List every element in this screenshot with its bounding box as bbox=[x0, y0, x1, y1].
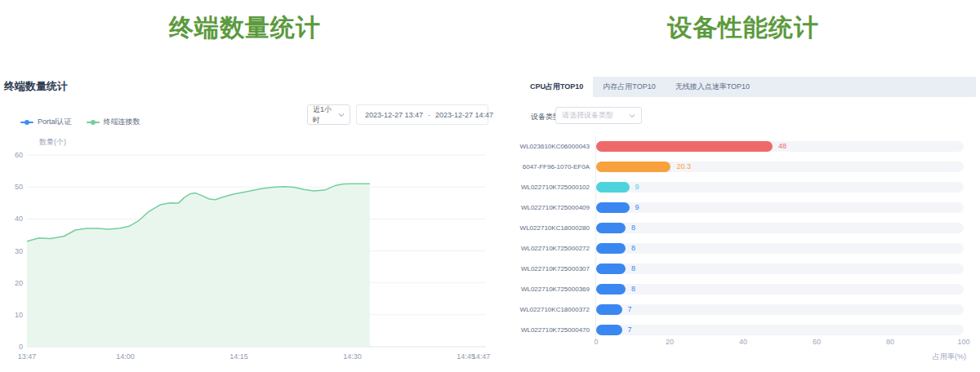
x-axis-tick: 40 bbox=[731, 338, 755, 346]
bar-value-label: 8 bbox=[631, 243, 635, 254]
device-type-select[interactable]: 请选择设备类型 bbox=[555, 107, 642, 124]
date-range-start: 2023-12-27 13:47 bbox=[365, 111, 423, 119]
bar bbox=[596, 202, 630, 213]
bar-value-label: 7 bbox=[628, 325, 632, 335]
x-axis-tick: 100 bbox=[951, 338, 976, 346]
bar-category-label: WL022710K725000369 bbox=[490, 285, 590, 294]
date-range-end: 2023-12-27 14:47 bbox=[435, 111, 493, 119]
bar bbox=[596, 325, 622, 335]
legend-label: Portal认证 bbox=[38, 117, 72, 127]
bar-track bbox=[596, 284, 964, 294]
right-section-title: 设备性能统计 bbox=[506, 11, 980, 45]
svg-text:14:00: 14:00 bbox=[116, 352, 135, 361]
bar-category-label: WL022710K725000307 bbox=[490, 264, 590, 274]
time-range-value: 近1小时 bbox=[313, 104, 338, 126]
dashboard-page: 终端数量统计 设备性能统计 终端数量统计 Portal认证 终端连接数 近1小时… bbox=[0, 0, 980, 372]
chart-legend: Portal认证 终端连接数 bbox=[20, 117, 140, 127]
bar-category-label: WL022710K725000102 bbox=[490, 183, 590, 193]
bar-category-label: 6047-FF96-1070-EF0A bbox=[490, 162, 590, 172]
bar-track bbox=[596, 223, 964, 233]
legend-label: 终端连接数 bbox=[104, 117, 140, 127]
bar bbox=[596, 304, 622, 315]
svg-text:13:47: 13:47 bbox=[18, 352, 37, 361]
bar-value-label: 9 bbox=[635, 202, 639, 213]
bar bbox=[596, 182, 630, 193]
left-section-title: 终端数量统计 bbox=[0, 11, 490, 45]
x-axis-tick: 0 bbox=[584, 338, 608, 346]
terminal-card-title: 终端数量统计 bbox=[4, 79, 68, 94]
bar-track bbox=[596, 325, 964, 335]
bar bbox=[596, 141, 773, 152]
svg-text:30: 30 bbox=[15, 247, 23, 255]
svg-text:0: 0 bbox=[19, 343, 23, 351]
legend-line-marker-icon bbox=[87, 122, 100, 123]
x-axis-tick: 60 bbox=[804, 338, 829, 346]
bar-value-label: 8 bbox=[631, 284, 635, 294]
svg-text:14:15: 14:15 bbox=[229, 352, 248, 361]
performance-tabbar: CPU占用TOP10 内存占用TOP10 无线接入点速率TOP10 bbox=[520, 77, 976, 97]
svg-text:10: 10 bbox=[15, 311, 23, 319]
chevron-down-icon bbox=[338, 113, 345, 117]
svg-text:14:30: 14:30 bbox=[343, 352, 362, 361]
legend-line-marker-icon bbox=[20, 122, 33, 123]
bar-track bbox=[596, 264, 964, 274]
bar-category-label: WL022710K725000409 bbox=[490, 203, 590, 213]
bar-category-label: WL022710K725000272 bbox=[490, 244, 590, 254]
device-type-placeholder: 请选择设备类型 bbox=[562, 110, 613, 121]
bar-category-label: WL022710K725000470 bbox=[490, 326, 590, 335]
date-range-separator: - bbox=[426, 111, 432, 119]
chevron-down-icon bbox=[629, 113, 635, 118]
x-axis-tick: 80 bbox=[878, 338, 902, 346]
svg-text:50: 50 bbox=[15, 183, 23, 191]
bar-value-label: 7 bbox=[628, 304, 632, 315]
bar-track bbox=[596, 304, 964, 315]
bar-value-label: 9 bbox=[635, 182, 639, 193]
bar-track bbox=[596, 202, 964, 213]
bar bbox=[596, 264, 626, 274]
x-axis-tick: 20 bbox=[657, 338, 682, 346]
terminal-line-chart: 010203040506013:4714:0014:1514:3014:4514… bbox=[0, 147, 490, 367]
bar-category-label: WL022710KC18000280 bbox=[490, 224, 590, 233]
bar-value-label: 8 bbox=[631, 264, 635, 274]
svg-text:60: 60 bbox=[15, 151, 23, 159]
bar-category-label: WL022710KC18000372 bbox=[490, 305, 590, 315]
time-range-select[interactable]: 近1小时 bbox=[307, 104, 350, 125]
tab-cpu-top10[interactable]: CPU占用TOP10 bbox=[520, 77, 593, 97]
bar-track bbox=[596, 182, 964, 193]
legend-item-terminal-connections[interactable]: 终端连接数 bbox=[87, 117, 140, 127]
bar-value-label: 48 bbox=[778, 141, 786, 152]
bar-track bbox=[596, 243, 964, 254]
legend-item-portal-auth[interactable]: Portal认证 bbox=[20, 117, 72, 127]
date-range-picker[interactable]: 2023-12-27 13:47 - 2023-12-27 14:47 bbox=[356, 104, 488, 125]
x-axis-title: 占用率(%) bbox=[898, 352, 966, 362]
tab-wireless-ap-rate-top10[interactable]: 无线接入点速率TOP10 bbox=[666, 77, 760, 97]
bar bbox=[596, 162, 670, 172]
bar bbox=[596, 284, 626, 294]
bar-value-label: 20.3 bbox=[676, 162, 691, 172]
svg-text:14:47: 14:47 bbox=[472, 352, 490, 361]
bar bbox=[596, 223, 626, 233]
bar-category-label: WL023610KC06000043 bbox=[490, 142, 590, 152]
bar bbox=[596, 243, 626, 254]
svg-text:40: 40 bbox=[15, 215, 23, 223]
bar-value-label: 8 bbox=[631, 223, 635, 233]
tab-memory-top10[interactable]: 内存占用TOP10 bbox=[593, 77, 665, 97]
svg-text:20: 20 bbox=[15, 279, 23, 287]
